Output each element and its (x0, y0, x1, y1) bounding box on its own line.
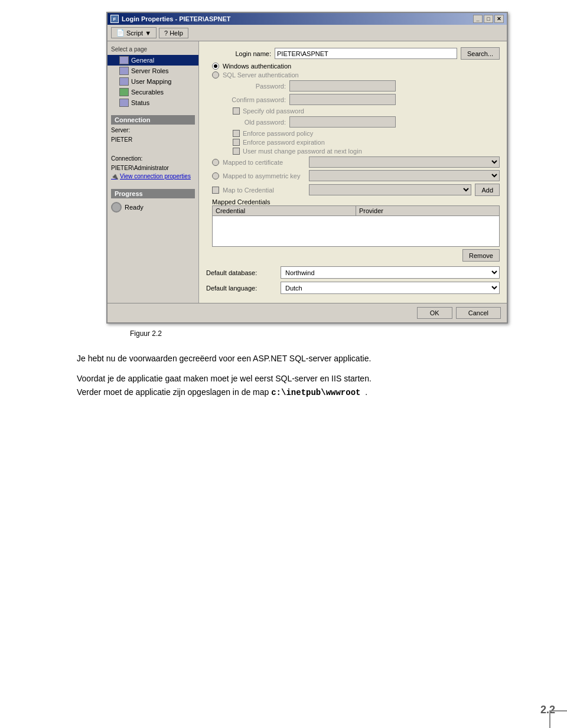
page-corner-decoration (549, 710, 567, 728)
enforce-expiration-row: Enforce password expiration (206, 139, 500, 146)
windows-auth-radio[interactable] (212, 63, 219, 70)
ready-label: Ready (125, 204, 144, 211)
mapped-certificate-label: Mapped to certificate (223, 159, 305, 166)
connection-link-icon: 🔌 (111, 173, 118, 179)
old-password-row: Old password: (206, 116, 500, 128)
script-icon: 📄 (116, 29, 125, 37)
enforce-policy-label: Enforce password policy (243, 130, 313, 137)
remove-button[interactable]: Remove (462, 249, 500, 262)
enforce-policy-checkbox[interactable] (233, 130, 240, 137)
view-connection-label: View connection properties (120, 173, 191, 179)
nav-item-label: Securables (131, 89, 164, 96)
mapped-certificate-row: Mapped to certificate (206, 156, 500, 168)
dialog-footer: OK Cancel (107, 303, 507, 322)
title-bar-left: F Login Properties - PIETER\ASPNET (110, 15, 231, 23)
script-button[interactable]: 📄 Script ▼ (111, 27, 157, 38)
remove-button-row: Remove (206, 249, 500, 262)
password-input[interactable] (289, 80, 396, 92)
windows-auth-label: Windows authentication (223, 63, 291, 70)
connection-section: Connection Server: PIETER Connection: PI… (107, 113, 198, 182)
map-credential-select[interactable] (309, 184, 471, 195)
user-mapping-icon (119, 77, 129, 86)
nav-item-label: Server Roles (131, 67, 169, 74)
sidebar-item-status[interactable]: Status (107, 97, 198, 108)
sidebar-item-securables[interactable]: Securables (107, 87, 198, 97)
path-bold: c:\inetpub\wwwroot (271, 388, 360, 397)
paragraph-2: Voordat je de applicatie gaat maken moet… (77, 372, 537, 399)
login-name-row: Login name: Search... (206, 47, 500, 60)
connection-value: PIETER\Administrator (111, 164, 195, 173)
dialog-icon: F (110, 15, 119, 23)
default-language-label: Default language: (206, 285, 277, 292)
specify-old-password-checkbox[interactable] (233, 107, 240, 115)
gear-icon (111, 202, 122, 213)
sql-auth-radio[interactable] (212, 71, 219, 79)
mapped-asymmetric-select[interactable] (309, 170, 500, 181)
default-language-row: Default language: Dutch (206, 282, 500, 294)
body-text: Je hebt nu de voorwaarden gecreëerd voor… (59, 347, 555, 411)
help-button[interactable]: ? Help (159, 28, 188, 38)
sidebar-item-general[interactable]: General (107, 55, 198, 66)
help-label: Help (170, 30, 183, 37)
credential-column: Credential (213, 206, 356, 216)
user-must-change-row: User must change password at next login (206, 148, 500, 155)
minimize-button[interactable]: _ (473, 15, 483, 23)
figure-caption: Figuur 2.2 (130, 329, 555, 338)
default-language-select[interactable]: Dutch (281, 282, 500, 294)
script-dropdown-icon: ▼ (145, 30, 151, 37)
specify-old-password-label: Specify old password (243, 107, 304, 115)
view-connection-link[interactable]: 🔌 View connection properties (111, 173, 195, 179)
confirm-password-label: Confirm password: (224, 96, 286, 103)
close-button[interactable]: ✕ (494, 15, 504, 23)
confirm-password-input[interactable] (289, 94, 396, 105)
default-database-select[interactable]: Northwind (281, 266, 500, 279)
help-icon: ? (164, 30, 168, 37)
nav-item-label: Status (131, 99, 149, 106)
sql-auth-label: SQL Server authentication (223, 71, 299, 79)
dialog-body: Select a page General Server Roles User … (107, 41, 507, 303)
right-panel: Login name: Search... Windows authentica… (199, 41, 507, 303)
title-controls: _ □ ✕ (473, 15, 504, 23)
progress-header: Progress (111, 189, 195, 198)
sql-auth-row: SQL Server authentication (206, 71, 500, 79)
mapped-asymmetric-label: Mapped to asymmetric key (223, 172, 305, 179)
map-credential-checkbox[interactable] (212, 187, 219, 194)
password-row: Password: (206, 80, 500, 92)
login-properties-dialog: F Login Properties - PIETER\ASPNET _ □ ✕… (106, 12, 508, 324)
sidebar-item-user-mapping[interactable]: User Mapping (107, 76, 198, 87)
connection-header: Connection (111, 115, 195, 125)
cancel-button[interactable]: Cancel (456, 307, 501, 319)
dialog-title: Login Properties - PIETER\ASPNET (122, 15, 231, 22)
restore-button[interactable]: □ (484, 15, 493, 23)
left-panel: Select a page General Server Roles User … (107, 41, 199, 303)
mapped-asymmetric-row: Mapped to asymmetric key (206, 170, 500, 181)
default-database-row: Default database: Northwind (206, 266, 500, 279)
server-value: PIETER (111, 135, 195, 145)
sidebar-item-server-roles[interactable]: Server Roles (107, 66, 198, 76)
title-bar: F Login Properties - PIETER\ASPNET _ □ ✕ (107, 13, 507, 25)
paragraph-1: Je hebt nu de voorwaarden gecreëerd voor… (77, 352, 537, 365)
status-icon (119, 99, 129, 107)
enforce-expiration-checkbox[interactable] (233, 139, 240, 146)
add-button[interactable]: Add (475, 184, 500, 196)
ok-button[interactable]: OK (417, 307, 452, 319)
server-info: Server: PIETER Connection: PIETER\Admini… (111, 126, 195, 173)
server-roles-icon (119, 67, 129, 75)
user-must-change-label: User must change password at next login (243, 148, 362, 155)
connection-label: Connection: (111, 154, 195, 164)
ready-row: Ready (111, 200, 195, 215)
progress-section: Progress Ready (107, 187, 198, 217)
user-must-change-checkbox[interactable] (233, 148, 240, 155)
search-button[interactable]: Search... (461, 47, 500, 60)
password-label: Password: (224, 83, 286, 90)
mapped-credentials-table: Credential Provider (212, 205, 500, 247)
old-password-input[interactable] (289, 116, 396, 128)
mapped-certificate-select[interactable] (309, 156, 500, 168)
provider-column: Provider (356, 206, 499, 216)
mapped-asymmetric-radio[interactable] (212, 172, 219, 179)
enforce-expiration-label: Enforce password expiration (243, 139, 325, 146)
login-name-label: Login name: (206, 50, 271, 57)
login-name-input[interactable] (275, 48, 457, 59)
mapped-certificate-radio[interactable] (212, 159, 219, 166)
default-database-label: Default database: (206, 269, 277, 276)
